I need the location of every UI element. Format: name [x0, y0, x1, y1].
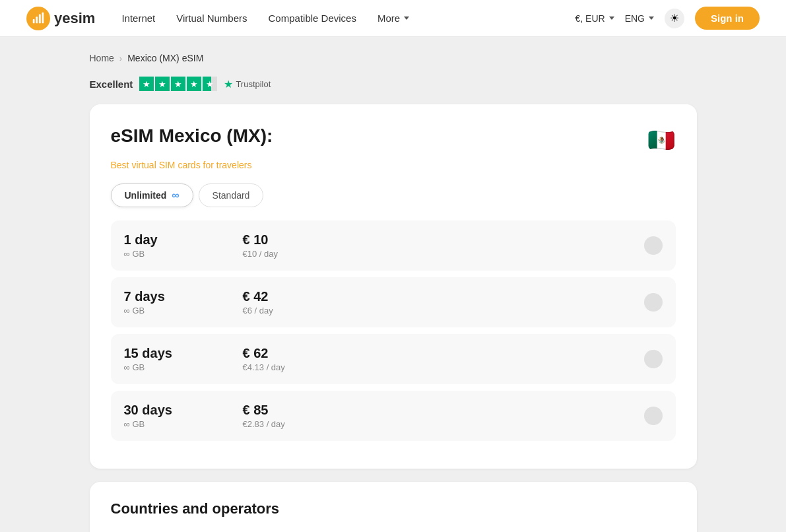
- breadcrumb: Home › Mexico (MX) eSIM: [90, 53, 697, 63]
- currency-chevron-icon: [609, 17, 614, 20]
- svg-rect-1: [36, 17, 38, 23]
- plan-15days-radio[interactable]: [644, 350, 663, 368]
- main-nav: Internet Virtual Numbers Compatible Devi…: [121, 13, 575, 24]
- nav-virtual-numbers[interactable]: Virtual Numbers: [176, 13, 247, 24]
- countries-card: Countries and operators 🇲🇽 Mexico (MX) T…: [90, 482, 697, 532]
- tab-standard[interactable]: Standard: [199, 183, 264, 207]
- mexico-flag: 🇲🇽: [647, 125, 676, 154]
- plan-7days-label: 7 days: [124, 289, 243, 304]
- plan-7days-perday: €6 / day: [243, 306, 644, 316]
- plan-row-15days[interactable]: 15 days ∞ GB € 62 €4.13 / day: [111, 334, 676, 384]
- tab-unlimited[interactable]: Unlimited ∞: [111, 183, 193, 207]
- nav-internet[interactable]: Internet: [121, 13, 155, 24]
- plan-30days-label: 30 days: [124, 403, 243, 418]
- plan-row-1day[interactable]: 1 day ∞ GB € 10 €10 / day: [111, 220, 676, 271]
- more-chevron-icon: [404, 17, 409, 20]
- plan-1day-pricing: € 10 €10 / day: [243, 232, 644, 259]
- trustpilot-row: Excellent ★ ★ ★ ★ ★ ★ Trustpilot: [90, 77, 697, 91]
- plan-15days-duration: 15 days ∞ GB: [124, 346, 243, 372]
- plan-30days-price: € 85: [243, 403, 644, 418]
- plan-15days-gb: ∞ GB: [124, 362, 243, 372]
- plan-row-30days[interactable]: 30 days ∞ GB € 85 €2.83 / day: [111, 391, 676, 441]
- svg-rect-0: [33, 18, 35, 22]
- plan-tabs: Unlimited ∞ Standard: [111, 183, 676, 207]
- trustpilot-label: Trustpilot: [236, 79, 271, 89]
- plan-15days-label: 15 days: [124, 346, 243, 361]
- plan-15days-price: € 62: [243, 346, 644, 361]
- sign-in-button[interactable]: Sign in: [695, 7, 760, 30]
- nav-compatible-devices[interactable]: Compatible Devices: [269, 13, 356, 24]
- plan-15days-pricing: € 62 €4.13 / day: [243, 346, 644, 372]
- plan-7days-price: € 42: [243, 289, 644, 304]
- logo-text: yesim: [54, 10, 95, 27]
- plan-1day-gb: ∞ GB: [124, 249, 243, 259]
- plans-list: 1 day ∞ GB € 10 €10 / day 7 days ∞ GB € …: [111, 220, 676, 441]
- plan-7days-gb: ∞ GB: [124, 306, 243, 316]
- plan-7days-duration: 7 days ∞ GB: [124, 289, 243, 316]
- trustpilot-star-icon: ★: [224, 78, 233, 90]
- star-3: ★: [171, 77, 185, 91]
- currency-selector[interactable]: €, EUR: [575, 13, 614, 24]
- esim-header: eSIM Mexico (MX): 🇲🇽: [111, 125, 676, 154]
- infinity-icon: ∞: [172, 189, 179, 201]
- plan-7days-radio[interactable]: [644, 293, 663, 312]
- plan-1day-duration: 1 day ∞ GB: [124, 232, 243, 259]
- plan-1day-label: 1 day: [124, 232, 243, 248]
- star-1: ★: [139, 77, 154, 91]
- logo-icon: [26, 7, 50, 30]
- plan-1day-perday: €10 / day: [243, 249, 644, 259]
- plan-30days-perday: €2.83 / day: [243, 419, 644, 429]
- plan-1day-radio[interactable]: [644, 236, 663, 255]
- plan-row-7days[interactable]: 7 days ∞ GB € 42 €6 / day: [111, 277, 676, 327]
- lang-chevron-icon: [649, 17, 654, 20]
- trustpilot-excellent: Excellent: [90, 79, 133, 90]
- svg-rect-2: [39, 14, 41, 23]
- page-content: Home › Mexico (MX) eSIM Excellent ★ ★ ★ …: [77, 37, 710, 532]
- plan-30days-duration: 30 days ∞ GB: [124, 403, 243, 429]
- plan-30days-pricing: € 85 €2.83 / day: [243, 403, 644, 429]
- star-2: ★: [155, 77, 170, 91]
- plan-30days-gb: ∞ GB: [124, 419, 243, 429]
- plan-15days-perday: €4.13 / day: [243, 362, 644, 372]
- svg-rect-3: [42, 12, 44, 23]
- plan-7days-pricing: € 42 €6 / day: [243, 289, 644, 316]
- star-5-half: ★: [203, 77, 217, 91]
- plan-1day-price: € 10: [243, 232, 644, 248]
- logo[interactable]: yesim: [26, 7, 95, 30]
- esim-title: eSIM Mexico (MX):: [111, 125, 273, 147]
- breadcrumb-home[interactable]: Home: [90, 53, 114, 63]
- plan-30days-radio[interactable]: [644, 407, 663, 425]
- breadcrumb-current: Mexico (MX) eSIM: [127, 53, 203, 63]
- main-card: eSIM Mexico (MX): 🇲🇽 Best virtual SIM ca…: [90, 104, 697, 469]
- esim-subtitle: Best virtual SIM cards for travelers: [111, 160, 676, 170]
- language-selector[interactable]: ENG: [625, 13, 654, 24]
- trustpilot-logo: ★ Trustpilot: [224, 78, 271, 90]
- countries-title: Countries and operators: [111, 500, 676, 517]
- nav-more[interactable]: More: [377, 13, 409, 24]
- star-4: ★: [187, 77, 201, 91]
- breadcrumb-separator: ›: [119, 53, 122, 63]
- trustpilot-stars: ★ ★ ★ ★ ★: [139, 77, 217, 91]
- header-right: €, EUR ENG ☀ Sign in: [575, 7, 760, 30]
- theme-toggle[interactable]: ☀: [665, 9, 684, 28]
